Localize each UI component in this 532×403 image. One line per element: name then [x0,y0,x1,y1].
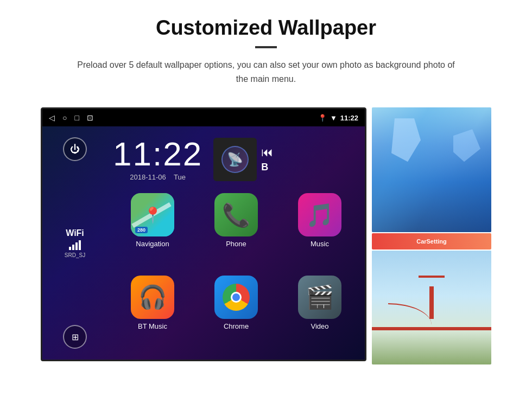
bluetooth-label: B [261,162,273,173]
app-item-chrome[interactable]: Chrome [197,276,276,354]
wallpaper-top [372,107,491,232]
wifi-bar-2 [72,245,74,250]
clock-day: Tue [174,173,186,181]
bridge-road [372,327,491,330]
bridge-tower [429,286,434,319]
location-icon: 📍 [318,114,327,122]
wifi-ssid: SRD_SJ [65,252,85,258]
video-app-icon: 🎬 [298,276,341,319]
page-subtitle: Preload over 5 default wallpaper options… [76,58,456,86]
page-header: Customized Wallpaper Preload over 5 defa… [0,0,532,97]
chrome-center [231,292,242,303]
status-bar: ◁ ○ □ ⊡ 📍 ▼ 11:22 [42,109,365,126]
clock-display: 11:22 2018-11-06 Tue [113,137,202,181]
antenna-icon: 📡 [227,152,243,167]
chrome-app-icon [214,276,258,319]
home-icon: ○ [62,113,67,122]
wifi-widget: WiFi SRD_SJ [65,228,85,258]
app-item-music[interactable]: 🎵 Music [280,193,359,271]
app-item-phone[interactable]: 📞 Phone [197,193,276,271]
screenshot-icon: ⊡ [87,113,93,122]
clock-section: 11:22 2018-11-06 Tue 📡 [107,126,365,187]
map-background: 📍 280 [131,193,174,236]
power-button[interactable]: ⏻ [63,137,87,161]
ice-texture [372,107,491,232]
map-pin-icon: 📍 [143,206,162,224]
page-title: Customized Wallpaper [43,16,489,40]
media-icon-box: 📡 [213,138,257,181]
navigation-label: Navigation [136,240,169,248]
music-label: Music [311,240,329,248]
wifi-icon: ▼ [330,114,337,122]
wifi-label: WiFi [65,228,85,238]
center-area: 11:22 2018-11-06 Tue 📡 [107,126,365,360]
back-icon: ◁ [49,113,55,122]
ice-crack-1 [388,118,421,162]
nav-badge: 280 [135,227,148,233]
app-item-navigation[interactable]: 📍 280 Navigation [113,193,192,271]
wifi-bar-3 [75,242,78,250]
android-content: ⏻ WiFi SRD_SJ ⊞ [42,126,365,360]
skip-back-icon[interactable]: ⏮ [261,145,273,159]
wifi-bars [65,240,85,250]
chrome-ring [223,284,250,311]
bt-music-label: BT Music [138,322,167,330]
bridge-scene [372,251,491,364]
sidebar: ⏻ WiFi SRD_SJ ⊞ [42,126,107,360]
status-right: 📍 ▼ 11:22 [318,114,358,122]
video-label: Video [311,322,328,330]
app-item-bt-music[interactable]: 🎧 BT Music [113,276,192,354]
music-app-icon: 🎵 [298,193,341,236]
apps-grid-button[interactable]: ⊞ [63,325,87,349]
android-device: ◁ ○ □ ⊡ 📍 ▼ 11:22 ⏻ WiFi [41,107,366,361]
bt-music-app-icon: 🎧 [131,276,174,319]
clock-time: 11:22 [113,137,202,171]
wifi-bar-1 [69,247,71,250]
clock-date-value: 2018-11-06 [130,173,166,181]
clock-date: 2018-11-06 Tue [113,173,202,181]
status-left: ◁ ○ □ ⊡ [49,113,93,122]
wallpaper-panels: CarSetting [372,107,491,364]
wallpaper-bottom [372,251,491,364]
car-setting-label: CarSetting [416,238,447,245]
status-time: 11:22 [340,114,358,122]
app-item-video[interactable]: 🎬 Video [280,276,359,354]
chrome-label: Chrome [224,322,249,330]
wifi-bar-4 [79,240,81,250]
bridge-cables [388,303,432,325]
phone-app-icon: 📞 [214,193,258,236]
media-icon-inner: 📡 [221,146,249,173]
media-controls: ⏮ B [261,145,273,173]
navigation-app-icon: 📍 280 [131,193,174,236]
wallpaper-mid-strip: CarSetting [372,233,491,250]
app-grid: 📍 280 Navigation 📞 Phone 🎵 [107,187,365,360]
screen-wrapper: ◁ ○ □ ⊡ 📍 ▼ 11:22 ⏻ WiFi [0,97,532,381]
phone-label: Phone [226,240,246,248]
recents-icon: □ [74,113,79,122]
media-widget: 📡 ⏮ B [213,138,273,181]
ice-crack-2 [453,129,480,162]
title-divider [255,46,277,48]
